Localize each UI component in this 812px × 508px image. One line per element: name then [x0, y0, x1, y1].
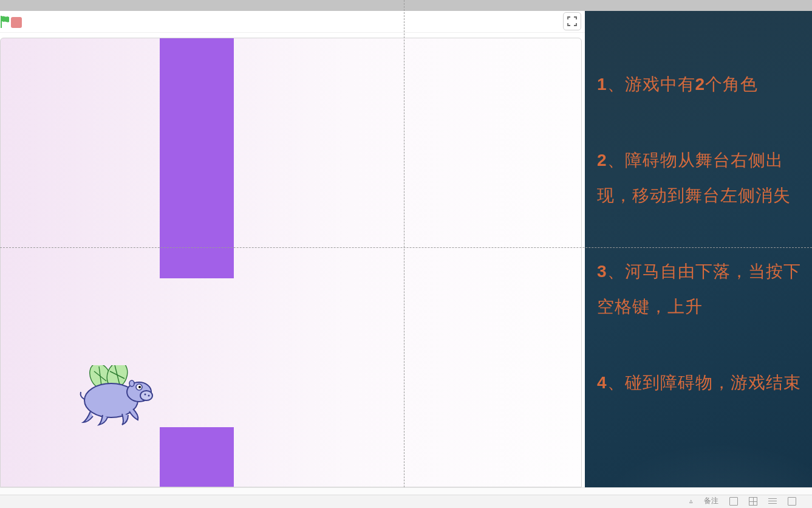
status-bar-right: ▵ 备注 — [689, 496, 796, 506]
svg-point-14 — [129, 380, 134, 386]
instruction-number: 1 — [597, 75, 607, 94]
view-normal-icon[interactable] — [729, 497, 738, 506]
instruction-text-before: 、游戏中有 — [607, 75, 695, 94]
fullscreen-button[interactable] — [563, 12, 581, 30]
instruction-text: 、障碍物从舞台右侧出现，移动到舞台左侧消失 — [597, 151, 791, 204]
view-reading-icon[interactable] — [768, 498, 777, 504]
stage-toolbar — [0, 11, 585, 33]
instruction-number: 2 — [597, 151, 607, 170]
svg-point-13 — [138, 386, 141, 388]
instruction-highlight: 2 — [695, 75, 706, 94]
hippo-sprite[interactable] — [78, 365, 154, 426]
instructions-panel: 1、游戏中有2个角色 2、障碍物从舞台右侧出现，移动到舞台左侧消失 3、河马自由… — [585, 11, 812, 487]
svg-point-11 — [148, 395, 150, 397]
svg-rect-0 — [1, 16, 2, 28]
instruction-item: 4、碰到障碍物，游戏结束 — [597, 365, 807, 400]
instruction-text: 、河马自由下落，当按下空格键，上升 — [597, 262, 801, 315]
status-bar: ▵ 备注 — [0, 495, 812, 508]
stage-canvas[interactable] — [0, 38, 582, 487]
view-slideshow-icon[interactable] — [788, 497, 796, 506]
notes-label[interactable]: 备注 — [704, 496, 718, 506]
instruction-item: 1、游戏中有2个角色 — [597, 67, 807, 101]
obstacle-pipe-bottom — [160, 427, 234, 487]
stop-button[interactable] — [11, 17, 22, 28]
bottom-spacer — [0, 487, 812, 495]
view-sorter-icon[interactable] — [749, 497, 757, 506]
instruction-number: 3 — [597, 262, 607, 281]
instruction-text-after: 个角色 — [705, 75, 758, 94]
presentation-slide: 1、游戏中有2个角色 2、障碍物从舞台右侧出现，移动到舞台左侧消失 3、河马自由… — [0, 0, 812, 508]
svg-point-10 — [145, 394, 146, 396]
scratch-stage-panel — [0, 11, 585, 487]
green-flag-button[interactable] — [0, 16, 11, 28]
top-border-strip — [0, 0, 812, 11]
svg-point-9 — [140, 391, 152, 400]
caret-up-icon[interactable]: ▵ — [689, 497, 693, 505]
instruction-text: 、碰到障碍物，游戏结束 — [607, 373, 801, 392]
instruction-number: 4 — [597, 373, 607, 392]
instruction-item: 3、河马自由下落，当按下空格键，上升 — [597, 254, 807, 324]
obstacle-pipe-top — [160, 38, 234, 278]
instruction-item: 2、障碍物从舞台右侧出现，移动到舞台左侧消失 — [597, 143, 807, 213]
vertical-guide-line — [404, 0, 404, 487]
horizontal-guide-line — [0, 247, 812, 248]
instructions-list: 1、游戏中有2个角色 2、障碍物从舞台右侧出现，移动到舞台左侧消失 3、河马自由… — [597, 67, 807, 441]
